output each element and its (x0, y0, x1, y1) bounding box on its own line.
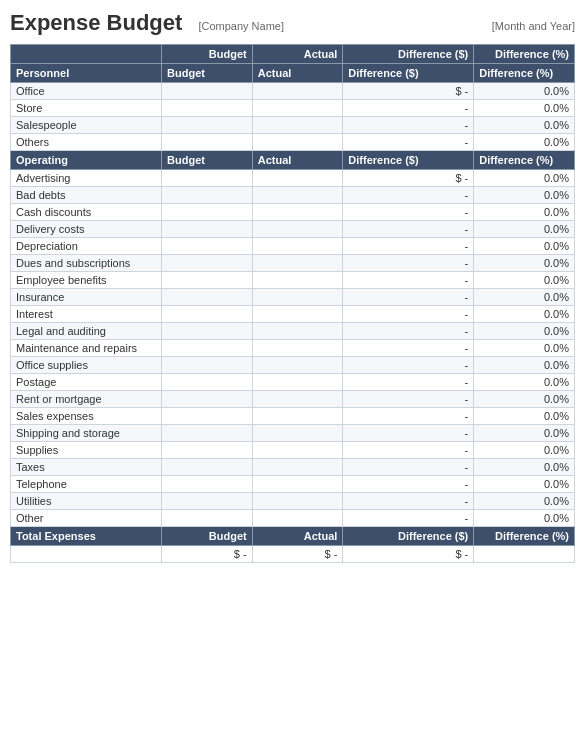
row-actual[interactable] (252, 238, 343, 255)
row-actual[interactable] (252, 187, 343, 204)
row-budget[interactable] (162, 117, 253, 134)
row-diff-pct: 0.0% (474, 323, 575, 340)
row-label: Shipping and storage (11, 425, 162, 442)
section-label: Personnel (11, 64, 162, 83)
row-label: Rent or mortgage (11, 391, 162, 408)
row-actual[interactable] (252, 357, 343, 374)
row-budget[interactable] (162, 357, 253, 374)
row-actual[interactable] (252, 272, 343, 289)
table-row: Maintenance and repairs - 0.0% (11, 340, 575, 357)
row-actual[interactable] (252, 170, 343, 187)
row-actual[interactable] (252, 442, 343, 459)
row-actual[interactable] (252, 289, 343, 306)
row-budget[interactable] (162, 493, 253, 510)
row-diff-pct: 0.0% (474, 83, 575, 100)
row-actual[interactable] (252, 323, 343, 340)
row-diff-pct: 0.0% (474, 289, 575, 306)
row-actual[interactable] (252, 408, 343, 425)
row-label: Interest (11, 306, 162, 323)
row-budget[interactable] (162, 134, 253, 151)
total-diff-dollar-val: $ - (343, 546, 474, 563)
row-budget[interactable] (162, 83, 253, 100)
row-diff-dollar: - (343, 187, 474, 204)
table-row: Postage - 0.0% (11, 374, 575, 391)
row-diff-pct: 0.0% (474, 357, 575, 374)
row-diff-pct: 0.0% (474, 425, 575, 442)
row-actual[interactable] (252, 204, 343, 221)
total-diff-pct-header: Difference (%) (474, 527, 575, 546)
row-label: Other (11, 510, 162, 527)
row-budget[interactable] (162, 204, 253, 221)
row-actual[interactable] (252, 391, 343, 408)
row-label: Employee benefits (11, 272, 162, 289)
row-actual[interactable] (252, 255, 343, 272)
total-values-row: $ - $ - $ - (11, 546, 575, 563)
row-label: Cash discounts (11, 204, 162, 221)
row-budget[interactable] (162, 100, 253, 117)
row-diff-dollar: - (343, 357, 474, 374)
row-label: Office (11, 83, 162, 100)
row-budget[interactable] (162, 187, 253, 204)
row-budget[interactable] (162, 459, 253, 476)
row-budget[interactable] (162, 238, 253, 255)
row-actual[interactable] (252, 476, 343, 493)
table-row: Shipping and storage - 0.0% (11, 425, 575, 442)
row-actual[interactable] (252, 493, 343, 510)
row-budget[interactable] (162, 374, 253, 391)
total-actual-val: $ - (252, 546, 343, 563)
row-budget[interactable] (162, 255, 253, 272)
total-values-label (11, 546, 162, 563)
row-budget[interactable] (162, 425, 253, 442)
table-row: Delivery costs - 0.0% (11, 221, 575, 238)
row-diff-pct: 0.0% (474, 391, 575, 408)
row-actual[interactable] (252, 459, 343, 476)
section-actual-header: Actual (252, 151, 343, 170)
col-header-budget: Budget (162, 45, 253, 64)
row-diff-dollar: - (343, 272, 474, 289)
row-diff-dollar: - (343, 255, 474, 272)
row-diff-pct: 0.0% (474, 187, 575, 204)
row-budget[interactable] (162, 391, 253, 408)
row-budget[interactable] (162, 323, 253, 340)
row-diff-pct: 0.0% (474, 134, 575, 151)
row-budget[interactable] (162, 289, 253, 306)
row-actual[interactable] (252, 306, 343, 323)
table-row: Telephone - 0.0% (11, 476, 575, 493)
row-label: Legal and auditing (11, 323, 162, 340)
row-actual[interactable] (252, 83, 343, 100)
table-row: Depreciation - 0.0% (11, 238, 575, 255)
row-budget[interactable] (162, 442, 253, 459)
row-actual[interactable] (252, 117, 343, 134)
row-actual[interactable] (252, 510, 343, 527)
table-row: Employee benefits - 0.0% (11, 272, 575, 289)
row-actual[interactable] (252, 221, 343, 238)
row-budget[interactable] (162, 340, 253, 357)
row-actual[interactable] (252, 100, 343, 117)
row-budget[interactable] (162, 221, 253, 238)
section-budget-header: Budget (162, 151, 253, 170)
row-budget[interactable] (162, 306, 253, 323)
total-diff-dollar-header: Difference ($) (343, 527, 474, 546)
row-diff-dollar: - (343, 340, 474, 357)
total-budget-val: $ - (162, 546, 253, 563)
section-header-personnel: Personnel Budget Actual Difference ($) D… (11, 64, 575, 83)
row-budget[interactable] (162, 476, 253, 493)
table-row: Interest - 0.0% (11, 306, 575, 323)
row-diff-dollar: - (343, 204, 474, 221)
row-actual[interactable] (252, 134, 343, 151)
section-label: Operating (11, 151, 162, 170)
row-label: Taxes (11, 459, 162, 476)
row-diff-pct: 0.0% (474, 340, 575, 357)
row-actual[interactable] (252, 374, 343, 391)
row-budget[interactable] (162, 170, 253, 187)
col-header-diff-dollar: Difference ($) (343, 45, 474, 64)
header-meta: [Company Name] [Month and Year] (198, 20, 575, 32)
row-diff-pct: 0.0% (474, 442, 575, 459)
row-actual[interactable] (252, 425, 343, 442)
row-label: Sales expenses (11, 408, 162, 425)
row-budget[interactable] (162, 408, 253, 425)
row-actual[interactable] (252, 340, 343, 357)
row-budget[interactable] (162, 272, 253, 289)
row-diff-dollar: $ - (343, 170, 474, 187)
row-budget[interactable] (162, 510, 253, 527)
